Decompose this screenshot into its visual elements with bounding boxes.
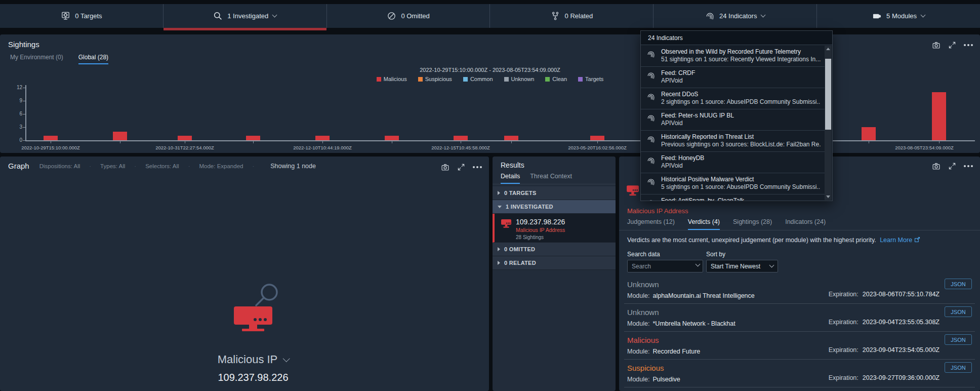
x-axis-tick xyxy=(461,141,461,143)
indicator-subtitle: 51 sightings on 1 source: Recently Viewe… xyxy=(661,56,821,63)
y-axis-line xyxy=(25,85,26,140)
y-axis-tick-label: 9 xyxy=(9,98,22,103)
detail-type-label: Malicious IP Address xyxy=(627,207,688,215)
indicators-dropdown: 24 Indicators Observed in the Wild by Re… xyxy=(640,30,833,201)
sort-dropdown[interactable]: Start Time Newest xyxy=(706,260,778,272)
indicator-subtitle: 2 sightings on 1 source: AbuseIPDB Commu… xyxy=(661,98,821,106)
expiration-value: 2023-09-27T09:36:00.000Z xyxy=(863,374,940,381)
more-options-icon[interactable] xyxy=(473,163,482,172)
nav-tab-related[interactable]: 0 Related xyxy=(490,4,654,28)
tab-indicators[interactable]: Indicators (24) xyxy=(785,218,826,230)
fingerprint-icon xyxy=(646,50,656,59)
sightings-bar xyxy=(315,136,330,140)
indicator-list-item[interactable]: Recent DDoS 2 sightings on 1 source: Abu… xyxy=(641,88,825,109)
tab-verdicts[interactable]: Verdicts (4) xyxy=(688,218,720,230)
graph-node-ip: 109.237.98.226 xyxy=(218,372,288,383)
omitted-icon xyxy=(387,11,396,21)
sort-by-label: Sort by xyxy=(706,251,725,258)
indicator-list-item[interactable]: Feed: HoneyDB APIVoid xyxy=(641,152,825,173)
expand-icon[interactable] xyxy=(948,162,957,171)
nav-tab-modules[interactable]: 5 Modules xyxy=(817,4,980,28)
nav-tab-label: 1 Investigated xyxy=(227,12,268,20)
graph-header: Graph Dispositions: All Types: All Selec… xyxy=(8,162,316,170)
graph-panel: Graph Dispositions: All Types: All Selec… xyxy=(0,157,489,391)
nav-tab-omitted[interactable]: 0 Omitted xyxy=(327,4,491,28)
learn-more-link[interactable]: Learn More xyxy=(880,237,912,244)
nav-tab-indicators[interactable]: 24 Indicators xyxy=(654,4,817,28)
section-label: 0 OMITTED xyxy=(504,246,535,252)
json-button[interactable]: JSON xyxy=(945,306,972,317)
indicator-list-item[interactable]: Historical Positive Malware Verdict 5 si… xyxy=(641,173,825,194)
expiration-value: 2023-09-04T23:55:05.308Z xyxy=(863,319,940,326)
x-axis-tick-label: 2022-10-31T22:27:54.000Z xyxy=(139,145,230,150)
filter-selectors[interactable]: Selectors: All xyxy=(145,163,190,169)
module-name: *Umbrella Network - Blackhat xyxy=(652,320,735,327)
chevron-down-icon xyxy=(921,13,926,18)
chevron-down-icon xyxy=(282,355,290,362)
indicator-list-item[interactable]: Feed: Peter-s NUUG IP BL APIVoid xyxy=(641,109,825,131)
indicator-list-item[interactable]: Observed in the Wild by Recorded Future … xyxy=(641,46,825,67)
graph-node-type[interactable]: Malicious IP xyxy=(218,353,289,366)
indicator-title: Feed: Peter-s NUUG IP BL xyxy=(661,112,821,120)
search-input[interactable] xyxy=(627,260,703,272)
x-axis-tick-label: 2022-10-29T15:10:00.000Z xyxy=(5,145,96,150)
fingerprint-icon xyxy=(646,92,656,101)
more-options-icon[interactable] xyxy=(964,162,973,171)
x-axis-tick xyxy=(939,141,940,143)
results-section-targets[interactable]: 0 TARGETS xyxy=(493,186,616,200)
expiration-label: Expiration: xyxy=(829,319,859,326)
indicator-subtitle: Previous sightings on 3 sources: BlockLi… xyxy=(661,141,821,148)
active-tab-underline xyxy=(164,28,326,30)
tab-judgements[interactable]: Judgements (12) xyxy=(627,218,675,230)
scroll-down-icon[interactable] xyxy=(825,193,832,200)
indicator-subtitle: 5 sightings on 1 source: AbuseIPDB Commu… xyxy=(661,183,821,191)
sightings-bar xyxy=(113,132,127,140)
nav-tab-investigated[interactable]: 1 Investigated xyxy=(164,4,327,28)
filter-dispositions[interactable]: Dispositions: All xyxy=(39,163,91,169)
section-label: 1 INVESTIGATED xyxy=(506,204,553,210)
filter-types[interactable]: Types: All xyxy=(100,163,136,169)
fingerprint-icon xyxy=(646,199,656,201)
graph-node-malicious-ip[interactable] xyxy=(223,283,283,338)
results-tabs: Details Threat Context xyxy=(493,173,616,184)
nav-tab-label: 0 Targets xyxy=(75,12,102,20)
indicator-title: Historical Positive Malware Verdict xyxy=(661,176,821,183)
verdict-status: Unknown xyxy=(627,280,972,289)
indicator-subtitle: APIVoid xyxy=(661,162,821,170)
snapshot-icon[interactable] xyxy=(440,163,450,172)
results-section-investigated[interactable]: 1 INVESTIGATED xyxy=(493,200,616,214)
expiration-label: Expiration: xyxy=(829,291,859,298)
nav-tab-targets[interactable]: 0 Targets xyxy=(0,4,164,28)
indicator-list-item[interactable]: Feed: CRDF APIVoid xyxy=(641,67,825,88)
scroll-up-icon[interactable] xyxy=(825,46,832,52)
sightings-bar xyxy=(178,136,192,140)
module-name: Recorded Future xyxy=(652,348,700,355)
investigated-item-row[interactable]: 109.237.98.226 Malicious IP Address 28 S… xyxy=(493,214,616,243)
item-ip: 109.237.98.226 xyxy=(516,218,611,226)
sightings-bar xyxy=(44,136,58,140)
snapshot-icon[interactable] xyxy=(931,162,941,171)
indicator-list-item[interactable]: Historically Reported in Threat List Pre… xyxy=(641,131,825,152)
results-section-related[interactable]: 0 RELATED xyxy=(493,256,616,270)
tab-details[interactable]: Details xyxy=(501,173,520,184)
scrollbar[interactable] xyxy=(825,46,832,200)
json-button[interactable]: JSON xyxy=(945,279,972,289)
sightings-panel: Sightings My Environment (0) Global (28)… xyxy=(0,34,980,153)
tab-sightings[interactable]: Sightings (28) xyxy=(733,218,772,230)
results-section-omitted[interactable]: 0 OMITTED xyxy=(493,243,616,256)
search-data-label: Search data xyxy=(627,251,660,258)
tab-threat-context[interactable]: Threat Context xyxy=(530,173,572,184)
fingerprint-icon xyxy=(646,113,656,123)
y-axis-tick-label: 3 xyxy=(9,124,22,130)
scrollbar-thumb[interactable] xyxy=(825,59,831,130)
indicator-title: Feed: HoneyDB xyxy=(661,154,821,162)
indicator-title: Feed: AntiSpam_by_CleanTalk xyxy=(661,197,821,201)
expand-icon[interactable] xyxy=(457,163,466,172)
json-button[interactable]: JSON xyxy=(945,334,972,345)
filter-mode[interactable]: Mode: Expanded xyxy=(199,163,254,169)
y-axis-tick-label: 0 xyxy=(9,137,22,143)
indicator-list-item[interactable]: Feed: AntiSpam_by_CleanTalk APIVoid xyxy=(641,194,825,201)
json-button[interactable]: JSON xyxy=(945,362,972,373)
module-name: Pulsedive xyxy=(652,376,680,383)
detail-tabs: Judgements (12) Verdicts (4) Sightings (… xyxy=(619,218,980,230)
